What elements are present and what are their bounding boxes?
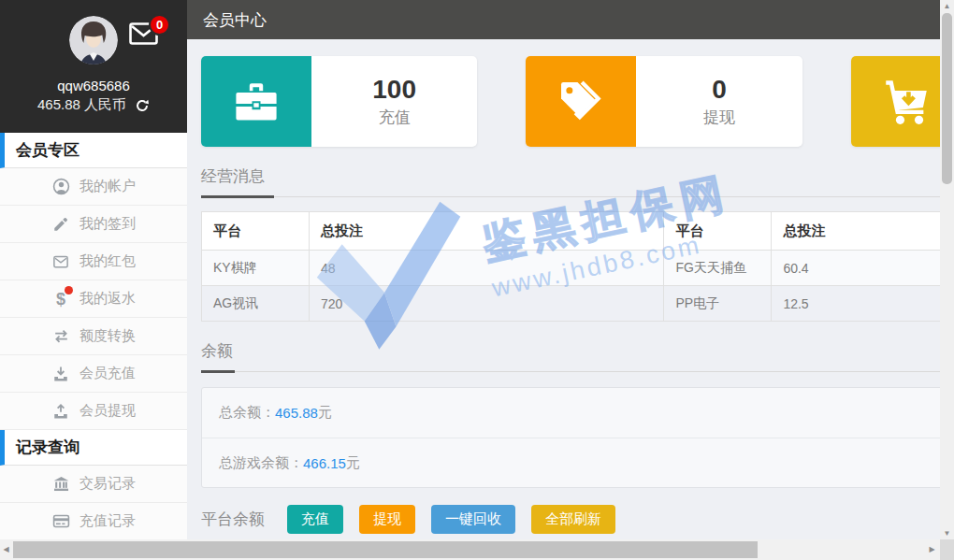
col-platform: 平台 [664, 212, 772, 251]
sidebar-item-deposit-records[interactable]: 充值记录 [0, 503, 187, 540]
sidebar-item-my-redpacket[interactable]: 我的红包 [0, 243, 187, 280]
total-game-balance-label: 总游戏余额： [219, 454, 303, 472]
main-content: 100 充值 0 提现 [201, 39, 940, 539]
bets-cell: 60.4 [772, 251, 940, 286]
cart-icon [879, 75, 933, 129]
sidebar-item-label: 交易记录 [80, 475, 136, 493]
sidebar-item-label: 我的红包 [80, 252, 136, 270]
sidebar-item-label: 会员提现 [80, 402, 136, 420]
section-divider [201, 196, 940, 197]
total-balance-label: 总余额： [219, 404, 275, 422]
section-title-business-news: 经营消息 [201, 165, 940, 187]
total-game-balance-value: 466.15 [303, 455, 346, 471]
currency-unit: 元 [346, 454, 360, 472]
avatar-image [69, 16, 118, 65]
balance-panel: 总余额：465.88元 总游戏余额：466.15元 [201, 387, 940, 488]
total-balance-row: 总余额：465.88元 [202, 388, 940, 438]
withdraw-icon [51, 402, 70, 421]
col-total-bets: 总投注 [309, 212, 664, 251]
section-title-platform-balance: 平台余额 [201, 509, 265, 530]
withdraw-count: 0 [712, 75, 727, 105]
scroll-left-arrow-icon[interactable]: ◀ [0, 539, 12, 560]
refresh-all-button[interactable]: 全部刷新 [531, 505, 615, 534]
sidebar-item-label: 我的签到 [80, 215, 136, 233]
table-header-row: 平台 总投注 平台 总投注 [202, 212, 941, 251]
platform-cell: FG天天捕鱼 [664, 251, 772, 286]
table-row: AG视讯 720 PP电子 12.5 [202, 286, 941, 322]
scroll-up-arrow-icon[interactable]: ▲ [940, 0, 954, 12]
sidebar-item-member-deposit[interactable]: 会员充值 [0, 355, 187, 393]
sidebar-item-my-rebate[interactable]: $ 我的返水 [0, 280, 187, 318]
tags-icon [555, 76, 607, 128]
sidebar-item-my-checkin[interactable]: 我的签到 [0, 206, 187, 243]
horizontal-scrollbar[interactable]: ◀ ▶ [0, 539, 940, 560]
sidebar-item-quota-transfer[interactable]: 额度转换 [0, 318, 187, 355]
platform-cell: KY棋牌 [202, 251, 310, 286]
horizontal-scroll-thumb[interactable] [13, 541, 758, 558]
one-key-recycle-button[interactable]: 一键回收 [431, 505, 515, 534]
sidebar: 0 qqw685686 465.88 人民币 会员专区 我的帐户 我的签到 我 [0, 0, 187, 539]
platform-cell: PP电子 [664, 286, 772, 322]
sidebar-user-panel: 0 qqw685686 465.88 人民币 [0, 0, 187, 133]
page-title: 会员中心 [203, 9, 267, 31]
username: qqw685686 [0, 78, 187, 93]
refresh-balance-button[interactable] [135, 98, 150, 113]
col-platform: 平台 [202, 212, 310, 251]
notification-dot [65, 286, 73, 294]
stat-cards: 100 充值 0 提现 [201, 56, 940, 147]
bets-cell: 48 [309, 251, 664, 286]
withdraw-label: 提现 [703, 107, 735, 128]
platform-cell: AG视讯 [202, 286, 310, 322]
bets-cell: 720 [309, 286, 664, 322]
sidebar-item-my-account[interactable]: 我的帐户 [0, 168, 187, 206]
deposit-label: 充值 [379, 107, 411, 128]
withdraw-stat-card[interactable]: 0 提现 [526, 56, 802, 147]
mail-badge: 0 [149, 14, 170, 36]
section-title-balance: 余额 [201, 340, 940, 362]
user-icon [51, 178, 70, 196]
currency-unit: 元 [318, 404, 332, 422]
sidebar-item-label: 充值记录 [80, 512, 136, 530]
exchange-icon [51, 327, 70, 346]
sidebar-item-member-withdraw[interactable]: 会员提现 [0, 393, 187, 430]
section-divider [201, 371, 940, 372]
user-balance: 465.88 人民币 [37, 96, 126, 114]
deposit-count: 100 [372, 75, 416, 105]
vertical-scroll-thumb[interactable] [942, 13, 952, 184]
scroll-down-arrow-icon[interactable]: ▼ [940, 527, 954, 539]
card-icon [51, 512, 70, 531]
vertical-scrollbar[interactable]: ▲ ▼ [940, 0, 954, 539]
platform-balance-toolbar: 平台余额 充值 提现 一键回收 全部刷新 [201, 505, 940, 534]
deposit-button[interactable]: 充值 [287, 505, 343, 534]
sidebar-section-records: 记录查询 [0, 430, 187, 466]
card-icon-block [526, 56, 636, 147]
deposit-icon [51, 365, 70, 383]
pencil-icon [51, 215, 70, 234]
sidebar-item-transaction-records[interactable]: 交易记录 [0, 466, 187, 503]
briefcase-icon [231, 77, 282, 127]
bets-cell: 12.5 [772, 286, 940, 322]
sidebar-item-label: 我的帐户 [80, 178, 136, 195]
card-icon-block [851, 56, 940, 147]
withdraw-button[interactable]: 提现 [359, 505, 415, 534]
dollar-icon: $ [51, 290, 70, 309]
total-game-balance-row: 总游戏余额：466.15元 [202, 438, 940, 487]
bets-table: 平台 总投注 平台 总投注 KY棋牌 48 FG天天捕鱼 60.4 AG视讯 7… [201, 211, 940, 322]
total-balance-value: 465.88 [275, 405, 318, 421]
scrollbar-corner [940, 539, 954, 560]
sidebar-item-label: 额度转换 [80, 327, 136, 345]
main-area: 会员中心 100 充值 [187, 0, 940, 539]
sidebar-section-member-zone: 会员专区 [0, 133, 187, 168]
sidebar-item-label: 会员充值 [80, 365, 136, 382]
refresh-icon [135, 98, 150, 113]
col-total-bets: 总投注 [772, 212, 940, 251]
cart-stat-card[interactable] [851, 56, 940, 147]
envelope-icon [51, 252, 70, 271]
table-row: KY棋牌 48 FG天天捕鱼 60.4 [202, 251, 941, 286]
avatar[interactable] [69, 16, 118, 65]
deposit-stat-card[interactable]: 100 充值 [201, 56, 477, 147]
card-icon-block [201, 56, 311, 147]
bank-icon [51, 475, 70, 494]
scroll-right-arrow-icon[interactable]: ▶ [926, 539, 938, 560]
sidebar-item-label: 我的返水 [80, 290, 136, 308]
